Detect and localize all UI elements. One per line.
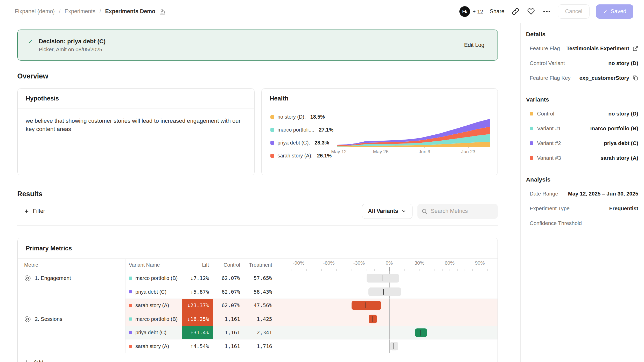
ci-axis-label: -60% <box>323 260 334 266</box>
metric-variant-row[interactable]: marco portfolio (B)↓16.25%1,1611,425 <box>125 312 498 326</box>
confidence-interval-cell <box>279 271 498 285</box>
heart-icon[interactable] <box>527 7 536 16</box>
details-sidebar: Details Feature Flag Testimonials Experi… <box>520 23 644 362</box>
legend-item: marco portfoli...: 27.1% <box>270 127 334 133</box>
target-icon <box>24 275 31 282</box>
ci-axis-label: 0% <box>386 260 393 266</box>
confidence-interval-cell <box>279 312 498 326</box>
ruler-tick <box>344 269 345 271</box>
main-content: ✓ Decision: priya debt (C) Picker, Amit … <box>0 23 520 362</box>
health-card: Health no story (D): 18.5% marco portfol… <box>261 88 498 175</box>
primary-metrics-card: Primary Metrics Metric Variant Name Lift… <box>17 238 498 362</box>
ci-axis-label: 60% <box>445 260 454 266</box>
ci-axis-cell: -90%-60%-30%0%30%60%90% <box>279 259 498 271</box>
results-heading: Results <box>17 190 498 198</box>
x-tick <box>468 147 469 148</box>
metric-variant-row[interactable]: priya debt (C)↑31.4%1,1612,341 <box>125 326 498 339</box>
hypothesis-title: Hypothesis <box>18 89 255 108</box>
variant-label: Variant #3 <box>537 155 561 161</box>
zero-line <box>389 299 390 312</box>
ci-mean-tick <box>394 343 394 349</box>
variant-name-cell: sarah story (A) <box>125 299 182 312</box>
metric-variant-row[interactable]: sarah story (A)↑4.54%1,1611,716 <box>125 339 498 353</box>
variant-name-cell: priya debt (C) <box>125 326 182 339</box>
ci-mean-tick <box>373 316 373 322</box>
analysis-row-date-range: Date Range May 12, 2025 – Jun 30, 2025 <box>526 186 638 201</box>
metric-name-cell[interactable]: 1. Engagement <box>18 271 126 312</box>
analysis-row-experiment-type: Experiment Type Frequentist <box>526 201 638 216</box>
breadcrumb-project[interactable]: Fixpanel {demo} <box>15 8 55 15</box>
ruler-tick <box>374 269 375 271</box>
metric-name-cell[interactable]: 2. Sessions <box>18 312 126 353</box>
legend-chip <box>270 154 274 157</box>
more-options-icon[interactable] <box>542 7 551 16</box>
column-control: Control <box>213 262 246 268</box>
variant-value: sarah story (A) <box>601 155 638 161</box>
ruler-tick <box>412 269 412 271</box>
x-tick <box>339 147 339 148</box>
detail-row-feature-flag: Feature Flag Testimonials Experiment <box>526 41 638 56</box>
variant-label: Variant #1 <box>537 125 561 132</box>
health-title: Health <box>262 89 498 108</box>
detail-label: Control Variant <box>530 60 565 66</box>
ruler-tick <box>427 269 428 271</box>
variant-chip <box>129 304 132 307</box>
analysis-value: May 12, 2025 – Jun 30, 2025 <box>568 191 638 197</box>
saved-button[interactable]: ✓ Saved <box>596 4 633 19</box>
decision-banner: ✓ Decision: priya debt (C) Picker, Amit … <box>17 30 498 61</box>
cancel-button[interactable]: Cancel <box>558 4 590 19</box>
ruler-tick <box>359 269 360 271</box>
lift-cell: ↓7.12% <box>182 271 213 285</box>
control-cell: 62.07% <box>213 271 246 285</box>
feature-flag-value[interactable]: Testimonials Experiment <box>566 45 638 52</box>
ruler-tick <box>306 269 307 271</box>
control-cell: 62.07% <box>213 285 246 298</box>
filter-button[interactable]: Filter <box>17 208 45 214</box>
collaborators-count[interactable]: + 12 <box>473 9 483 15</box>
breadcrumb-separator: / <box>100 8 101 15</box>
plus-icon <box>24 359 30 362</box>
copy-icon[interactable] <box>633 75 638 81</box>
link-icon[interactable] <box>511 7 520 16</box>
metric-group: 2. Sessionsmarco portfolio (B)↓16.25%1,1… <box>18 312 498 353</box>
confidence-interval-cell <box>279 285 498 298</box>
metrics-table-header: Metric Variant Name Lift Control Treatme… <box>18 259 498 271</box>
metric-variant-row[interactable]: sarah story (A)↓23.37%62.07%47.56% <box>125 299 498 312</box>
confidence-interval-cell <box>279 339 498 353</box>
share-button[interactable]: Share <box>490 8 505 15</box>
ruler-tick <box>321 269 322 271</box>
detail-value: no story (D) <box>608 60 638 66</box>
ruler-tick <box>314 269 314 271</box>
x-tick-label: May 12 <box>331 149 347 155</box>
external-link-icon[interactable] <box>633 46 638 51</box>
avatar[interactable]: Fk <box>459 6 470 17</box>
ruler-tick <box>472 269 473 271</box>
legend-value: 26.1% <box>317 153 332 159</box>
variant-value: priya debt (C) <box>604 140 638 146</box>
x-tick-label: Jun 9 <box>419 149 430 155</box>
ruler-tick <box>487 269 488 271</box>
all-variants-dropdown[interactable]: All Variants <box>362 204 412 219</box>
variant-value: marco portfolio (B) <box>590 125 638 132</box>
metric-variant-row[interactable]: marco portfolio (B)↓7.12%62.07%57.65% <box>125 271 498 285</box>
hypothesis-card: Hypothesis we believe that showing custo… <box>17 88 255 175</box>
add-label: Add <box>33 359 43 362</box>
breadcrumb-experiments[interactable]: Experiments <box>65 8 95 15</box>
health-chart-svg <box>337 117 490 147</box>
add-metric-button[interactable]: Add <box>18 353 498 362</box>
variant-chip <box>530 127 533 130</box>
x-tick <box>424 147 425 148</box>
legend-label: marco portfoli...: <box>277 127 314 133</box>
x-tick <box>381 147 381 148</box>
legend-chip <box>270 141 274 144</box>
divider <box>17 225 498 226</box>
analysis-label: Date Range <box>530 191 558 197</box>
metric-variant-row[interactable]: priya debt (C)↓5.87%62.07%58.43% <box>125 285 498 298</box>
control-cell: 1,161 <box>213 326 246 339</box>
search-metrics-input[interactable] <box>431 208 494 214</box>
ruler-tick <box>389 267 390 271</box>
column-treatment: Treatment <box>246 262 279 268</box>
microscope-icon <box>158 7 167 16</box>
analysis-section: Analysis Date Range May 12, 2025 – Jun 3… <box>526 176 638 231</box>
edit-log-button[interactable]: Edit Log <box>464 42 484 48</box>
